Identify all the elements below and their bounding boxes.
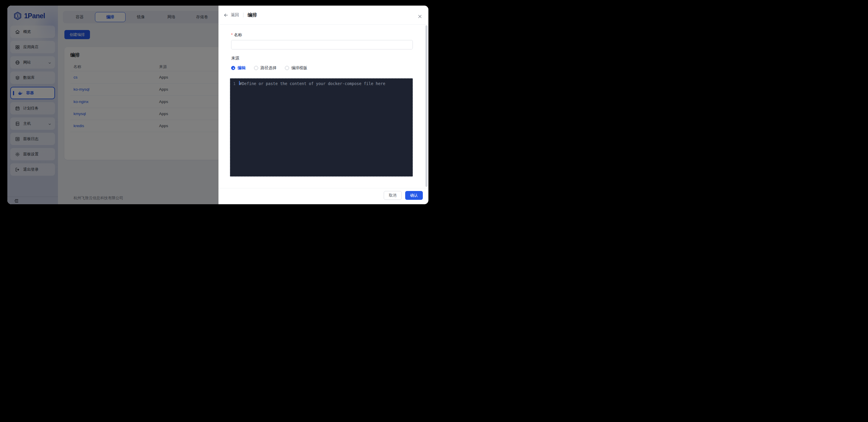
source-radio-group: 编辑 路径选择 编排模版 bbox=[231, 65, 316, 71]
header-separator bbox=[243, 13, 244, 17]
name-input[interactable] bbox=[231, 40, 413, 50]
compose-code-editor[interactable]: 1 #Define or paste the content of your d… bbox=[230, 78, 413, 176]
drawer-title: 编排 bbox=[248, 12, 257, 18]
drawer-scrollbar-thumb[interactable] bbox=[426, 25, 428, 187]
source-radio-option[interactable]: 路径选择 bbox=[254, 65, 276, 71]
app-window: 1 1Panel 概览 应用商店 bbox=[7, 6, 428, 204]
line-number: 1 bbox=[230, 81, 239, 86]
drawer-header: 返回 编排 bbox=[218, 6, 428, 25]
radio-icon bbox=[231, 66, 235, 70]
drawer-footer-divider bbox=[218, 188, 428, 188]
required-asterisk: * bbox=[231, 32, 232, 37]
back-button-label[interactable]: 返回 bbox=[231, 12, 239, 18]
editor-placeholder-text: #Define or paste the content of your doc… bbox=[240, 81, 385, 86]
compose-create-drawer: 返回 编排 *名称 来源 编辑 路径选择 编排模版 bbox=[218, 6, 428, 204]
radio-icon bbox=[254, 66, 258, 70]
confirm-button[interactable]: 确认 bbox=[405, 191, 423, 200]
editor-line: 1 #Define or paste the content of your d… bbox=[230, 81, 412, 86]
source-radio-option[interactable]: 编辑 bbox=[231, 65, 246, 71]
radio-icon bbox=[285, 66, 289, 70]
source-radio-option[interactable]: 编排模版 bbox=[285, 65, 307, 71]
cancel-button[interactable]: 取消 bbox=[384, 191, 402, 200]
name-field-label: *名称 bbox=[231, 32, 242, 38]
source-field-label: 来源 bbox=[231, 56, 239, 61]
close-icon[interactable] bbox=[417, 14, 422, 19]
back-arrow-icon[interactable] bbox=[223, 13, 228, 18]
